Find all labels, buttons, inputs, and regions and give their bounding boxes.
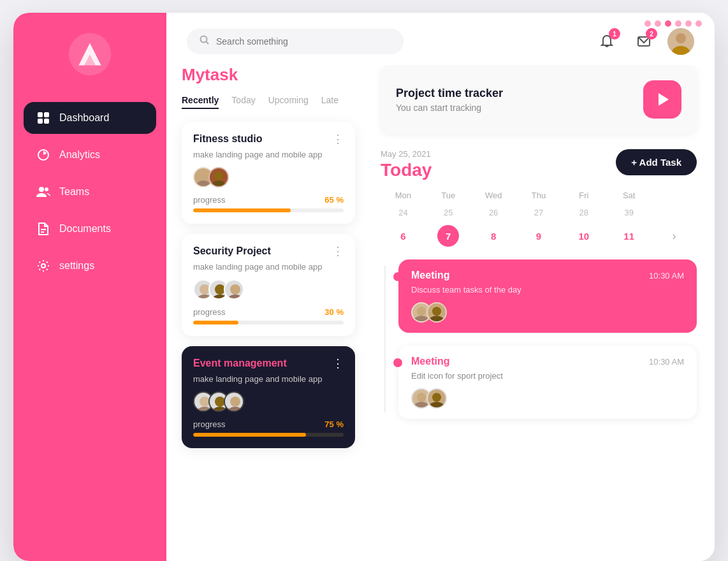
mytask-title: Mytask [182, 65, 355, 85]
svg-point-27 [230, 284, 240, 295]
svg-rect-3 [38, 112, 43, 117]
date-6[interactable]: 6 [381, 227, 426, 245]
event-avatars-1 [411, 302, 684, 323]
sidebar: Dashboard Analytics [13, 13, 166, 561]
svg-point-12 [41, 264, 45, 268]
progress-pct-fitness: 65 % [324, 195, 344, 205]
progress-pct-event: 75 % [324, 419, 344, 429]
search-input[interactable] [216, 36, 391, 47]
sidebar-item-label: Analytics [59, 149, 100, 161]
progress-event: progress 75 % [193, 419, 344, 437]
tab-recently[interactable]: Recently [182, 95, 219, 109]
date-9[interactable]: 9 [516, 227, 562, 245]
tracker-title: Project time tracker [396, 87, 503, 100]
tab-upcoming[interactable]: Upcoming [268, 95, 309, 109]
event-title-meeting1: Meeting [411, 270, 449, 281]
tab-today[interactable]: Today [231, 95, 255, 109]
svg-point-36 [417, 307, 426, 316]
day-sat: Sat [606, 191, 652, 200]
dot-5 [685, 20, 692, 27]
progress-fill-fitness [193, 208, 291, 212]
task-title-security: Security Project [193, 245, 271, 257]
svg-point-21 [214, 171, 223, 180]
dot-2 [655, 20, 661, 27]
doc-icon [36, 222, 50, 236]
progress-bar-fitness [193, 208, 344, 212]
sidebar-item-analytics[interactable]: Analytics [24, 139, 156, 171]
svg-point-17 [676, 33, 686, 43]
sidebar-item-documents[interactable]: Documents [24, 213, 156, 245]
notifications-button[interactable]: 1 [593, 28, 620, 55]
svg-point-39 [429, 316, 445, 321]
nav-menu: Dashboard Analytics [13, 102, 166, 282]
sidebar-item-label: Teams [59, 186, 89, 198]
progress-text: progress [193, 195, 226, 205]
sidebar-item-teams[interactable]: Teams [24, 176, 156, 208]
event-header-2: Meeting 10:30 AM [411, 356, 684, 367]
progress-text: progress [193, 419, 226, 429]
event-avatars-2 [411, 388, 684, 409]
date-8[interactable]: 8 [471, 227, 516, 245]
task-avatars-event [193, 391, 344, 412]
task-avatars-security [193, 279, 344, 300]
progress-bar-event [193, 433, 344, 437]
svg-point-42 [432, 393, 441, 402]
day-tue: Tue [426, 191, 471, 200]
svg-point-20 [197, 180, 210, 187]
week-header: Mon Tue Wed Thu Fri Sat [381, 191, 697, 200]
progress-text: progress [193, 307, 226, 317]
user-avatar[interactable] [667, 28, 694, 55]
logo-icon [68, 32, 112, 76]
timeline: Meeting 10:30 AM Discuss team tasks of t… [381, 259, 697, 419]
svg-point-33 [230, 397, 240, 407]
day-wed: Wed [471, 191, 516, 200]
today-label: Today [381, 160, 432, 180]
timeline-dot-2 [393, 358, 402, 367]
header-actions: 1 2 [593, 28, 694, 55]
event-header-1: Meeting 10:30 AM [411, 270, 684, 281]
date-7-today[interactable]: 7 [437, 225, 459, 247]
progress-fitness: progress 65 % [193, 195, 344, 212]
timeline-item-2: Meeting 10:30 AM Edit icon for sport pro… [393, 346, 697, 419]
progress-bar-security [193, 321, 344, 324]
svg-point-34 [228, 407, 243, 412]
avatar-ev-3 [224, 391, 244, 412]
more-menu-fitness[interactable]: ⋮ [332, 133, 344, 145]
svg-point-38 [432, 307, 441, 316]
sidebar-item-dashboard[interactable]: Dashboard [24, 102, 156, 134]
body-area: Mytask Recently Today Upcoming Late Fitn… [166, 65, 715, 561]
decoration-dots [644, 20, 702, 27]
sidebar-item-label: Documents [59, 223, 111, 235]
date-11[interactable]: 11 [606, 227, 652, 245]
event-card-meeting2: Meeting 10:30 AM Edit icon for sport pro… [398, 346, 697, 419]
progress-fill-security [193, 321, 238, 324]
timeline-line [384, 266, 386, 412]
svg-rect-4 [44, 112, 49, 117]
tab-late[interactable]: Late [321, 95, 339, 109]
tasks-panel: Mytask Recently Today Upcoming Late Fitn… [166, 65, 370, 561]
task-card-security: Security Project ⋮ make landing page and… [182, 234, 355, 336]
task-card-fitness: Fitness studio ⋮ make landing page and m… [182, 122, 355, 224]
more-menu-security[interactable]: ⋮ [332, 245, 344, 257]
tracker-subtitle: You can start tracking [396, 103, 503, 113]
chart-icon [36, 148, 50, 162]
people-icon [36, 185, 50, 199]
sidebar-item-settings[interactable]: settings [24, 250, 156, 282]
search-bar[interactable] [187, 29, 404, 54]
week-next-arrow[interactable]: › [652, 229, 697, 243]
add-task-button[interactable]: + Add Task [616, 149, 697, 175]
event-time-meeting2: 10:30 AM [649, 357, 684, 367]
main-content: 1 2 [166, 13, 715, 561]
dot-1 [644, 20, 651, 27]
event-avatar-4 [426, 388, 447, 409]
header: 1 2 [166, 13, 715, 65]
more-menu-event[interactable]: ⋮ [332, 358, 344, 369]
date-10[interactable]: 10 [561, 227, 606, 245]
right-panel: Project time tracker You can start track… [370, 65, 715, 561]
avatar-2 [208, 167, 229, 187]
play-button[interactable] [643, 80, 681, 119]
event-desc-meeting1: Discuss team tasks of the day [411, 285, 684, 295]
messages-button[interactable]: 2 [630, 28, 657, 55]
event-avatar-2 [426, 302, 447, 323]
svg-rect-5 [38, 119, 43, 124]
